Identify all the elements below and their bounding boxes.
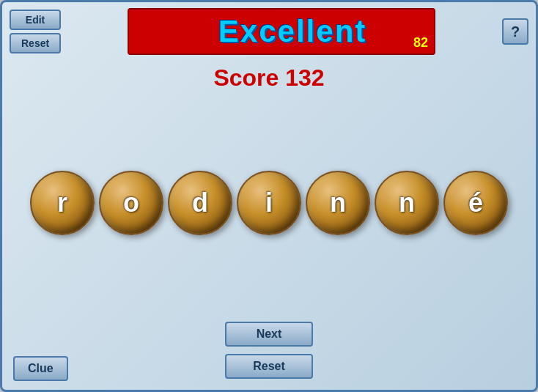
letter-i: i	[265, 188, 273, 218]
letter-ball-e[interactable]: é	[443, 171, 508, 235]
edit-button[interactable]: Edit	[10, 10, 61, 30]
banner-red-block	[129, 10, 162, 53]
letter-r: r	[57, 188, 67, 218]
letter-o: o	[123, 188, 139, 218]
letter-n2: n	[399, 188, 415, 218]
score-count: 82	[413, 35, 428, 51]
letter-ball-o[interactable]: o	[99, 171, 163, 235]
next-button[interactable]: Next	[225, 322, 313, 347]
banner-text: Excellent	[218, 14, 366, 48]
letter-ball-r[interactable]: r	[30, 171, 95, 235]
app-container: Edit Reset Excellent 82 ? Score 132 r o …	[0, 0, 538, 392]
letter-ball-n1[interactable]: n	[306, 171, 370, 235]
clue-button[interactable]: Clue	[13, 356, 68, 381]
reset-button[interactable]: Reset	[225, 354, 313, 379]
banner: Excellent 82	[128, 8, 435, 55]
letters-area: r o d i n n é	[2, 92, 536, 314]
action-buttons: Next Reset	[2, 314, 536, 390]
letter-ball-n2[interactable]: n	[375, 171, 439, 235]
letter-e: é	[468, 188, 483, 218]
score-text: Score 132	[213, 64, 324, 91]
score-area: Score 132	[2, 61, 536, 92]
header: Edit Reset Excellent 82 ?	[2, 2, 536, 61]
letter-ball-d[interactable]: d	[168, 171, 232, 235]
letter-ball-i[interactable]: i	[237, 171, 301, 235]
letter-d: d	[192, 188, 208, 218]
help-button[interactable]: ?	[502, 18, 528, 45]
left-buttons: Edit Reset	[10, 10, 61, 53]
reset-top-button[interactable]: Reset	[10, 33, 61, 53]
letter-n1: n	[330, 188, 346, 218]
banner-area: Excellent 82	[67, 8, 496, 55]
